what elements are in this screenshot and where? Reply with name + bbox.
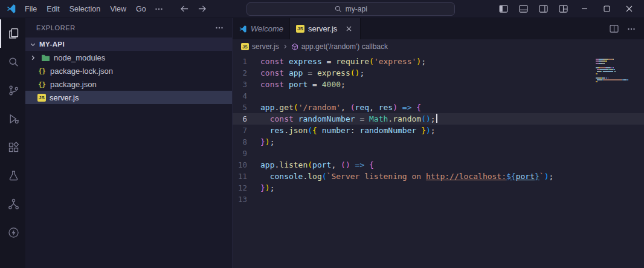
titlebar-right [495,1,644,17]
line-number: 10 [233,159,260,171]
line-number: 12 [233,182,260,194]
search-value: my-api [346,5,367,13]
more-actions-icon[interactable] [627,25,636,33]
split-editor-icon[interactable] [610,25,619,33]
nav-forward-icon[interactable] [198,5,207,13]
activity-run-debug[interactable] [0,105,25,133]
code-line[interactable]: 13 [233,194,644,205]
folder-icon [41,54,50,62]
source-control-icon [7,84,20,97]
menu-view[interactable]: View [105,3,131,15]
root-folder-name: MY-API [39,41,65,48]
search-icon [7,56,20,68]
code-line[interactable]: 2const app = express(); [233,67,644,79]
json-file-icon: {} [37,67,47,74]
close-window-button[interactable] [620,1,638,17]
code-line[interactable]: 6 const randomNumber = Math.random(); [233,113,644,125]
menu-edit[interactable]: Edit [42,3,65,15]
explorer-title: EXPLORER [36,24,76,31]
nav-back-icon[interactable] [180,5,189,13]
activity-type-hierarchy[interactable] [0,190,25,218]
tree-item-package-json[interactable]: {} package.json [25,77,232,91]
line-number: 1 [233,56,260,67]
minimap[interactable] [596,59,634,85]
code-line[interactable]: 10app.listen(port, () => { [233,159,644,171]
vscode-logo-icon [6,4,16,14]
explorer-sidebar: EXPLORER MY-API node_modules {} package-… [25,18,233,268]
line-number: 13 [233,194,260,205]
line-number: 8 [233,136,260,148]
js-file-icon: JS [241,43,249,50]
tab-label: Welcome [251,24,283,33]
js-file-icon: JS [296,25,304,33]
activity-source-control[interactable] [0,76,25,105]
customize-layout-icon[interactable] [555,2,571,16]
menu-go[interactable]: Go [131,3,151,15]
text-cursor [436,114,437,123]
thunder-client-icon [7,226,20,239]
maximize-restore-button[interactable] [597,1,616,17]
explorer-header: EXPLORER [25,18,232,38]
activity-testing[interactable] [0,162,25,190]
toggle-panel-icon[interactable] [515,2,531,16]
tree-item-package-lock-json[interactable]: {} package-lock.json [25,64,232,77]
breadcrumb-file[interactable]: server.js [252,42,279,51]
tab-server-js[interactable]: JS server.js [290,18,361,39]
code-line[interactable]: 9 [233,148,644,159]
line-number: 6 [233,113,260,125]
nav-arrows [180,5,207,13]
line-number: 5 [233,102,260,113]
tab-label: server.js [308,24,337,33]
explorer-more-actions-icon[interactable] [215,24,224,32]
run-debug-icon [7,113,20,125]
js-file-icon: JS [37,94,46,102]
code-line[interactable]: 7 res.json({ number: randomNumber }); [233,125,644,136]
chevron-right-icon [282,44,288,50]
breadcrumb-symbol[interactable]: app.get('/random') callback [301,42,388,51]
activity-search[interactable] [0,48,25,76]
activity-explorer[interactable] [0,19,25,48]
editor-actions [610,18,644,39]
editor-area: Welcome JS server.js JS server.js [233,18,644,268]
file-name: package-lock.json [50,67,113,76]
main-area: EXPLORER MY-API node_modules {} package-… [0,18,644,268]
minimize-button[interactable] [575,1,593,17]
tree-item-node-modules[interactable]: node_modules [25,51,232,64]
code-line[interactable]: 4 [233,90,644,102]
code-line[interactable]: 1const express = require('express'); [233,56,644,67]
menu-file[interactable]: File [20,3,42,15]
code-line[interactable]: 3const port = 4000; [233,79,644,90]
tab-bar: Welcome JS server.js [233,18,644,39]
code-editor[interactable]: 1const express = require('express');2con… [233,54,644,268]
type-hierarchy-icon [7,198,20,211]
code-line[interactable]: 8}); [233,136,644,148]
code-line[interactable]: 11 console.log(`Server listening on http… [233,171,644,182]
extensions-icon [7,141,20,154]
toggle-primary-sidebar-icon[interactable] [495,2,511,16]
chevron-right-icon [28,54,37,61]
line-number: 9 [233,148,260,159]
activity-extensions[interactable] [0,133,25,162]
menu-more-icon[interactable] [151,3,167,15]
tree-item-server-js[interactable]: JS server.js [25,91,232,104]
activity-thunder-client[interactable] [0,218,25,247]
file-name: server.js [50,93,79,102]
titlebar: File Edit Selection View Go my-api [0,0,644,18]
explorer-root-folder[interactable]: MY-API [25,38,232,51]
toggle-secondary-sidebar-icon[interactable] [535,2,551,16]
json-file-icon: {} [37,80,47,88]
search-icon [335,5,342,13]
tab-welcome[interactable]: Welcome [233,18,290,39]
file-name: node_modules [54,53,105,62]
code-line[interactable]: 5app.get('/random', (req, res) => { [233,102,644,113]
files-icon [7,27,20,40]
menu-selection[interactable]: Selection [65,3,105,15]
command-center-search[interactable]: my-api [246,2,455,16]
close-tab-icon[interactable] [343,24,354,34]
line-number: 4 [233,90,260,102]
breadcrumb: JS server.js app.get('/random') callback [233,39,644,54]
code-line[interactable]: 12}); [233,182,644,194]
line-number: 7 [233,125,260,136]
titlebar-left: File Edit Selection View Go [0,3,207,15]
vscode-window: File Edit Selection View Go my-api [0,0,644,268]
